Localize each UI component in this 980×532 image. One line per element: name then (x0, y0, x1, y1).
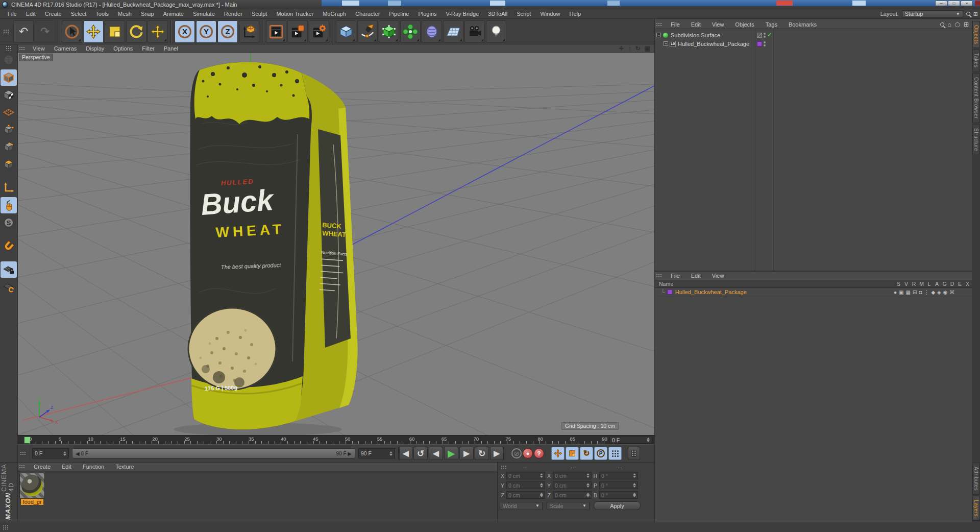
layer-menu-item[interactable]: File (665, 273, 685, 279)
column-letter[interactable]: R (910, 281, 918, 287)
collapse-icon[interactable]: - (656, 33, 661, 37)
add-light-button[interactable] (486, 20, 506, 43)
palette-grip[interactable] (6, 45, 12, 51)
generators-toggle-icon[interactable]: ◆ (931, 289, 935, 295)
tab-structure[interactable]: Structure (972, 124, 980, 155)
enable-dots-icon[interactable] (764, 41, 766, 46)
spinner-arrows[interactable] (63, 451, 66, 456)
render-to-picture-viewer-button[interactable] (287, 20, 308, 43)
menu-item[interactable]: Animate (159, 10, 188, 18)
spinner-arrows[interactable] (389, 451, 393, 456)
column-letter[interactable]: V (902, 281, 910, 287)
menu-item[interactable]: Simulate (188, 10, 219, 18)
enabled-check-icon[interactable]: ✓ (767, 32, 772, 38)
key-pla-toggle[interactable] (608, 447, 622, 460)
column-letter[interactable]: G (941, 281, 948, 287)
object-name[interactable]: Hulled_Buckwheat_Package (678, 41, 749, 47)
last-used-tool-button[interactable] (148, 20, 168, 43)
om-menu-item[interactable]: Objects (729, 21, 760, 28)
column-letter[interactable]: A (933, 281, 941, 287)
render-view-button[interactable] (266, 20, 286, 43)
om-menu-item[interactable]: Edit (685, 21, 706, 28)
menu-item[interactable]: Select (66, 10, 91, 18)
add-deformer-button[interactable] (422, 20, 442, 43)
key-rotation-toggle[interactable]: ↻ (580, 447, 593, 460)
layer-menu-item[interactable]: Edit (685, 273, 706, 279)
end-frame-spinner[interactable]: 90 F (358, 448, 395, 458)
timeline-ruler[interactable]: 051015202530354045505560657075808590 0 F (18, 435, 654, 444)
zoom-view-icon[interactable]: ↕ (628, 45, 631, 52)
autokeying-button[interactable]: ? (534, 448, 544, 458)
size-y-input[interactable]: 0 cm (553, 481, 592, 489)
lock-z-axis-button[interactable]: Z (217, 20, 238, 43)
expand-icon[interactable]: + (664, 41, 668, 46)
size-z-input[interactable]: 0 cm (553, 491, 592, 499)
material-preview[interactable] (19, 473, 45, 498)
texture-mode-button[interactable] (1, 87, 17, 103)
lock-x-axis-button[interactable]: X (175, 20, 195, 43)
viewport-grip[interactable] (19, 46, 25, 51)
menu-item[interactable]: File (3, 10, 21, 18)
rotate-tool-button[interactable] (126, 20, 146, 43)
column-letter[interactable]: X (964, 281, 971, 287)
render-settings-button[interactable] (309, 20, 329, 43)
magnet-snap-button[interactable] (1, 238, 17, 254)
position-x-input[interactable]: 0 cm (506, 472, 545, 479)
menu-item[interactable]: Window (535, 10, 565, 18)
menu-item[interactable]: Pipeline (384, 10, 413, 18)
spinner-arrows[interactable] (647, 438, 650, 442)
coordinate-space-dropdown[interactable]: World▼ (500, 502, 543, 510)
material-menu-item[interactable]: Create (28, 464, 56, 470)
position-z-input[interactable]: 0 cm (506, 491, 545, 499)
record-active-objects-button[interactable]: ● (523, 448, 533, 458)
scale-tool-button[interactable] (105, 20, 125, 43)
menu-item[interactable]: 3DToAll (483, 10, 512, 18)
deformers-toggle-icon[interactable]: ◈ (937, 289, 941, 295)
redo-button[interactable]: ↷ (35, 20, 55, 43)
menu-item[interactable]: Help (565, 10, 586, 18)
xref-toggle-icon[interactable]: Ж (950, 289, 954, 295)
enable-snap-button[interactable]: S (1, 214, 17, 231)
play-forwards-button[interactable]: ▶ (444, 447, 458, 460)
om-path-icon[interactable]: ◯ (955, 22, 960, 27)
menu-item[interactable]: V-Ray Bridge (442, 10, 484, 18)
menu-item[interactable]: Tools (91, 10, 113, 18)
menu-item[interactable]: Script (512, 10, 535, 18)
mouse-tool-button[interactable] (1, 197, 17, 213)
rotation-h-input[interactable]: 0 ° (599, 472, 638, 479)
lock-workplane-button[interactable] (1, 261, 17, 278)
enable-dots-icon[interactable] (764, 33, 766, 38)
position-y-input[interactable]: 0 cm (506, 481, 545, 489)
om-search-icon[interactable] (940, 22, 944, 27)
layout-dropdown[interactable]: Startup▼ (902, 10, 963, 18)
ruler-frame-box[interactable]: 0 F (609, 436, 652, 444)
key-scale-toggle[interactable] (566, 447, 579, 460)
toolbar-grip[interactable] (3, 29, 9, 34)
column-letter[interactable]: L (925, 281, 933, 287)
menu-item[interactable]: MoGraph (318, 10, 351, 18)
column-letter[interactable]: M (918, 281, 925, 287)
om-menu-item[interactable]: File (665, 21, 685, 28)
viewport-menu-item[interactable]: View (28, 45, 50, 52)
om-menu-item[interactable]: Bookmarks (783, 21, 822, 28)
rotate-view-icon[interactable]: ↻ (635, 45, 641, 52)
add-camera-button[interactable] (464, 20, 485, 43)
record-disabled-icon[interactable]: ⊘ (511, 448, 522, 458)
undo-button[interactable]: ↶ (13, 20, 34, 43)
material-menu-item[interactable]: Function (77, 464, 110, 470)
status-grip[interactable] (3, 525, 9, 530)
menu-item[interactable]: Mesh (113, 10, 136, 18)
add-floor-button[interactable] (443, 20, 463, 43)
pan-view-icon[interactable]: ✛ (619, 45, 624, 52)
toggle-view-icon[interactable]: ▣ (645, 45, 650, 52)
om-add-icon[interactable]: ⊞ (964, 21, 969, 28)
points-mode-button[interactable] (1, 122, 17, 138)
rotation-b-input[interactable]: 0 ° (599, 491, 638, 499)
tree-row-package[interactable]: + L0 Hulled_Buckwheat_Package (655, 39, 980, 48)
transport-grip[interactable] (20, 451, 26, 455)
add-subdivision-surface-button[interactable] (379, 20, 399, 43)
rotation-p-input[interactable]: 0 ° (599, 481, 638, 489)
layer-menu-item[interactable]: View (706, 273, 730, 279)
material-item[interactable]: food_gr (19, 473, 45, 505)
enable-axis-button[interactable] (1, 180, 17, 196)
